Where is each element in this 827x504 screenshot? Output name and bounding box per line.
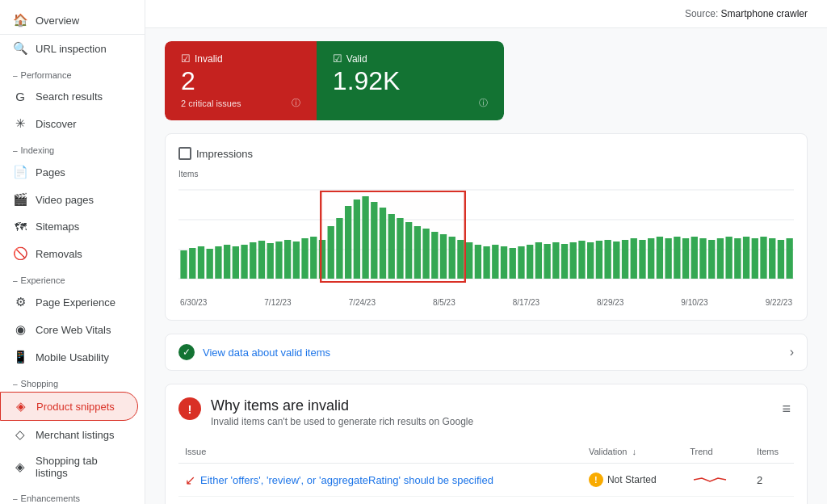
svg-rect-60 — [665, 238, 671, 279]
svg-rect-62 — [682, 238, 689, 279]
snippets-icon: ◈ — [14, 399, 28, 414]
col-issue: Issue — [178, 440, 582, 464]
col-items: Items — [750, 440, 794, 464]
source-name: Smartphone crawler — [721, 8, 808, 19]
sidebar-item-merchant-listings[interactable]: ◇ Merchant listings — [0, 421, 138, 448]
svg-rect-53 — [604, 240, 611, 279]
invalid-title: Why items are invalid — [211, 397, 473, 414]
sidebar-item-removals[interactable]: 🚫 Removals — [0, 240, 138, 267]
issue-table: Issue Validation ↓ Trend Items — [178, 440, 794, 497]
svg-rect-18 — [301, 238, 308, 279]
svg-rect-72 — [769, 238, 775, 279]
svg-rect-14 — [267, 243, 274, 279]
top-bar: Source: Smartphone crawler — [145, 0, 827, 28]
error-circle-icon: ! — [178, 397, 201, 420]
content-area: ☑ Invalid 2 2 critical issues ⓘ ☑ Valid … — [145, 28, 827, 504]
sidebar: 🏠 Overview 🔍 URL inspection Performance … — [0, 0, 145, 504]
sidebar-item-page-experience[interactable]: ⚙ Page Experience — [0, 288, 138, 316]
svg-rect-49 — [570, 242, 577, 279]
svg-rect-73 — [778, 240, 784, 279]
svg-rect-17 — [293, 242, 300, 279]
sidebar-item-video-pages[interactable]: 🎬 Video pages — [0, 186, 138, 213]
removals-icon: 🚫 — [13, 246, 27, 261]
video-icon: 🎬 — [13, 192, 27, 207]
svg-rect-16 — [284, 240, 291, 279]
trend-svg — [690, 472, 730, 488]
merchant-icon: ◇ — [13, 427, 27, 442]
sidebar-item-mobile-usability[interactable]: 📱 Mobile Usability — [0, 343, 138, 371]
chart-section: Impressions Items — [165, 133, 808, 321]
svg-rect-51 — [587, 242, 594, 279]
issue-text[interactable]: ↙ Either 'offers', 'review', or 'aggrega… — [178, 464, 582, 497]
svg-rect-63 — [691, 237, 698, 279]
sidebar-item-discover[interactable]: ✳ Discover — [0, 110, 138, 137]
svg-rect-45 — [535, 242, 542, 279]
svg-rect-69 — [743, 237, 749, 279]
svg-rect-58 — [648, 238, 654, 279]
sidebar-item-sitemaps[interactable]: 🗺 Sitemaps — [0, 213, 138, 240]
view-data-button[interactable]: ✓ View data about valid items › — [165, 334, 808, 371]
warning-icon: ! — [589, 472, 603, 487]
info-icon-invalid[interactable]: ⓘ — [292, 97, 300, 109]
valid-label: ☑ Valid — [333, 52, 488, 65]
svg-rect-59 — [657, 237, 663, 279]
sidebar-item-pages[interactable]: 📄 Pages — [0, 158, 138, 186]
svg-rect-55 — [622, 240, 628, 279]
items-count: 2 — [750, 464, 794, 497]
sidebar-item-shopping-tab[interactable]: ◈ Shopping tab listings — [0, 448, 138, 485]
section-enhancements: Enhancements — [0, 485, 145, 504]
svg-rect-11 — [241, 245, 247, 279]
experience-icon: ⚙ — [13, 295, 27, 309]
sidebar-item-overview[interactable]: 🏠 Overview — [0, 6, 138, 34]
svg-rect-40 — [492, 245, 498, 279]
invalid-section: ! Why items are invalid Invalid items ca… — [165, 384, 808, 504]
vitals-icon: ◉ — [13, 322, 27, 337]
home-icon: 🏠 — [13, 13, 27, 27]
invalid-header: ! Why items are invalid Invalid items ca… — [178, 397, 794, 427]
info-icon-valid[interactable]: ⓘ — [479, 97, 488, 109]
svg-rect-42 — [510, 248, 516, 279]
google-icon: G — [13, 90, 27, 103]
svg-rect-9 — [224, 245, 230, 279]
svg-rect-15 — [275, 242, 282, 279]
section-experience: Experience — [0, 267, 145, 288]
search-icon: 🔍 — [13, 41, 27, 56]
sort-icon: ↓ — [632, 447, 637, 456]
svg-rect-74 — [786, 238, 792, 279]
svg-rect-19 — [310, 237, 317, 279]
chart-x-labels: 6/30/23 7/12/23 7/24/23 8/5/23 8/17/23 8… — [178, 298, 794, 307]
sidebar-item-url-inspection[interactable]: 🔍 URL inspection — [0, 35, 138, 62]
svg-rect-52 — [596, 241, 602, 279]
svg-rect-54 — [613, 242, 619, 279]
svg-rect-56 — [631, 238, 637, 279]
sitemap-icon: 🗺 — [13, 220, 27, 233]
chart-y-label: Items — [178, 170, 794, 178]
invalid-label: ☑ Invalid — [181, 52, 300, 65]
svg-rect-50 — [578, 241, 585, 279]
svg-rect-61 — [674, 237, 680, 279]
col-validation: Validation ↓ — [582, 440, 683, 464]
col-trend: Trend — [683, 440, 750, 464]
sidebar-item-core-web-vitals[interactable]: ◉ Core Web Vitals — [0, 316, 138, 343]
section-shopping: Shopping — [0, 371, 145, 392]
svg-rect-64 — [699, 238, 706, 279]
svg-rect-66 — [717, 238, 724, 279]
invalid-number: 2 — [181, 68, 300, 94]
svg-rect-48 — [561, 244, 568, 279]
main-content: Source: Smartphone crawler ☑ Invalid 2 2… — [145, 0, 827, 504]
trend-cell — [683, 464, 750, 497]
svg-rect-65 — [708, 240, 715, 279]
checkbox-icon: ☑ — [181, 52, 191, 65]
sidebar-item-product-snippets[interactable]: ◈ Product snippets — [0, 392, 138, 421]
checkbox-box[interactable] — [178, 147, 191, 160]
mobile-icon: 📱 — [13, 350, 27, 364]
sidebar-item-search-results[interactable]: G Search results — [0, 83, 138, 110]
chevron-right-icon: › — [790, 345, 794, 359]
svg-rect-12 — [250, 242, 256, 279]
filter-icon[interactable]: ≡ — [779, 397, 794, 421]
valid-card: ☑ Valid 1.92K ⓘ — [317, 41, 504, 120]
validation-status: ! Not Started — [582, 464, 683, 497]
svg-rect-4 — [180, 250, 187, 279]
impressions-checkbox[interactable]: Impressions — [178, 147, 253, 160]
source-label: Source: — [685, 8, 718, 19]
